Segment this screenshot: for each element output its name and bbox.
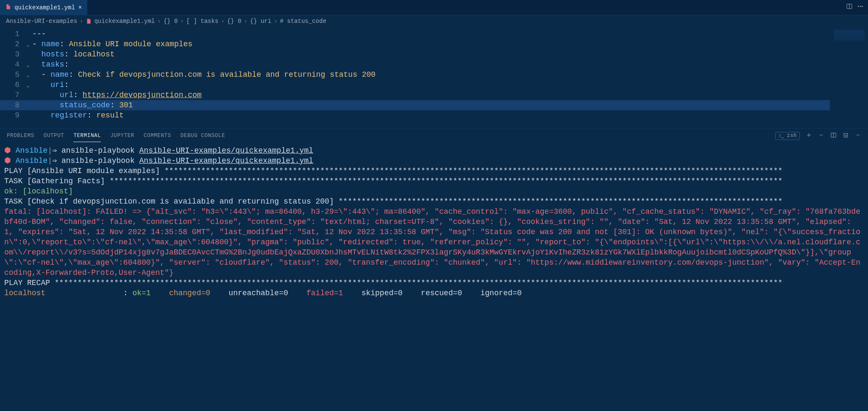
line-number: 5⌄ xyxy=(0,70,24,80)
breadcrumb-node[interactable]: {} 0 xyxy=(164,18,178,25)
tab-quickexample[interactable]: quickexample1.yml × xyxy=(0,0,87,15)
yaml-file-icon xyxy=(5,4,11,11)
chevron-right-icon: › xyxy=(221,18,224,25)
line-number: 8 xyxy=(0,100,24,110)
breadcrumb-node[interactable]: [ ] tasks xyxy=(186,18,219,25)
breadcrumb[interactable]: Ansible-URI-examples › quickexample1.yml… xyxy=(0,15,868,27)
line-number: 3 xyxy=(0,49,24,59)
tab-bar: quickexample1.yml × xyxy=(0,0,868,15)
new-terminal-icon[interactable] xyxy=(806,132,812,140)
code-content[interactable]: url: https://devopsjunction.com xyxy=(24,90,830,100)
terminal-output[interactable]: ⬢ Ansible|⇒ ansible-playbook Ansible-URI… xyxy=(0,143,868,411)
minimap[interactable] xyxy=(830,27,868,128)
tab-filename: quickexample1.yml xyxy=(14,4,75,11)
code-line[interactable]: 3 hosts: localhost xyxy=(0,49,830,59)
code-line[interactable]: 8 status_code: 301 xyxy=(0,100,830,110)
tab-comments[interactable]: COMMENTS xyxy=(144,129,171,142)
tabbar-actions xyxy=(842,0,868,15)
line-number: 6⌄ xyxy=(0,80,24,90)
panel-actions: zsh xyxy=(775,132,861,140)
code-line[interactable]: 1--- xyxy=(0,29,830,39)
minimap-viewport[interactable] xyxy=(834,30,865,41)
breadcrumb-node[interactable]: # status_code xyxy=(280,18,326,25)
editor-area: 1---2⌄- name: Ansible URI module example… xyxy=(0,27,868,128)
chevron-down-icon[interactable] xyxy=(818,132,824,140)
chevron-right-icon: › xyxy=(157,18,161,25)
code-content[interactable]: uri: xyxy=(24,80,830,90)
svg-point-2 xyxy=(858,6,859,7)
breadcrumb-file[interactable]: quickexample1.yml xyxy=(94,18,155,25)
breadcrumb-folder[interactable]: Ansible-URI-examples xyxy=(6,18,77,25)
close-icon[interactable]: × xyxy=(78,4,82,11)
shell-indicator[interactable]: zsh xyxy=(775,132,800,140)
breadcrumb-node[interactable]: {} 0 xyxy=(227,18,242,25)
tab-output[interactable]: OUTPUT xyxy=(44,129,64,142)
code-content[interactable]: tasks: xyxy=(24,59,830,70)
yaml-file-icon xyxy=(86,18,92,24)
code-line[interactable]: 6⌄ uri: xyxy=(0,80,830,90)
line-number: 9 xyxy=(0,110,24,120)
code-content[interactable]: status_code: 301 xyxy=(24,100,830,110)
trash-icon[interactable] xyxy=(843,132,849,140)
code-line[interactable]: 9 register: result xyxy=(0,110,830,120)
shell-name: zsh xyxy=(787,133,797,139)
chevron-right-icon: › xyxy=(80,18,83,25)
split-terminal-icon[interactable] xyxy=(830,132,837,140)
chevron-right-icon: › xyxy=(274,18,277,25)
code-content[interactable]: --- xyxy=(24,29,830,39)
line-number: 7 xyxy=(0,90,24,100)
more-actions-icon[interactable] xyxy=(857,3,864,12)
line-number: 1 xyxy=(0,29,24,39)
line-number: 4⌄ xyxy=(0,59,24,70)
tab-debug-console[interactable]: DEBUG CONSOLE xyxy=(181,129,225,142)
chevron-right-icon: › xyxy=(180,18,184,25)
code-line[interactable]: 7 url: https://devopsjunction.com xyxy=(0,90,830,100)
code-editor[interactable]: 1---2⌄- name: Ansible URI module example… xyxy=(0,27,830,128)
code-content[interactable]: - name: Check if devopsjunction.com is a… xyxy=(24,70,830,80)
svg-point-3 xyxy=(860,6,861,7)
chevron-up-icon[interactable] xyxy=(855,132,861,140)
bottom-panel: PROBLEMS OUTPUT TERMINAL JUPYTER COMMENT… xyxy=(0,128,868,411)
tab-problems[interactable]: PROBLEMS xyxy=(7,129,34,142)
tab-jupyter[interactable]: JUPYTER xyxy=(110,129,134,142)
code-line[interactable]: 2⌄- name: Ansible URI module examples xyxy=(0,39,830,49)
code-content[interactable]: - name: Ansible URI module examples xyxy=(24,39,830,49)
code-line[interactable]: 5⌄ - name: Check if devopsjunction.com i… xyxy=(0,70,830,80)
chevron-right-icon: › xyxy=(244,18,247,25)
code-line[interactable]: 4⌄ tasks: xyxy=(0,59,830,70)
tab-terminal[interactable]: TERMINAL xyxy=(73,129,101,142)
breadcrumb-node[interactable]: {} uri xyxy=(250,18,271,25)
panel-tabs: PROBLEMS OUTPUT TERMINAL JUPYTER COMMENT… xyxy=(0,129,868,143)
code-content[interactable]: hosts: localhost xyxy=(24,49,830,59)
svg-point-4 xyxy=(862,6,863,7)
code-content[interactable]: register: result xyxy=(24,110,830,120)
tabbar-spacer xyxy=(87,0,842,15)
line-number: 2⌄ xyxy=(0,39,24,49)
split-editor-icon[interactable] xyxy=(846,3,853,12)
